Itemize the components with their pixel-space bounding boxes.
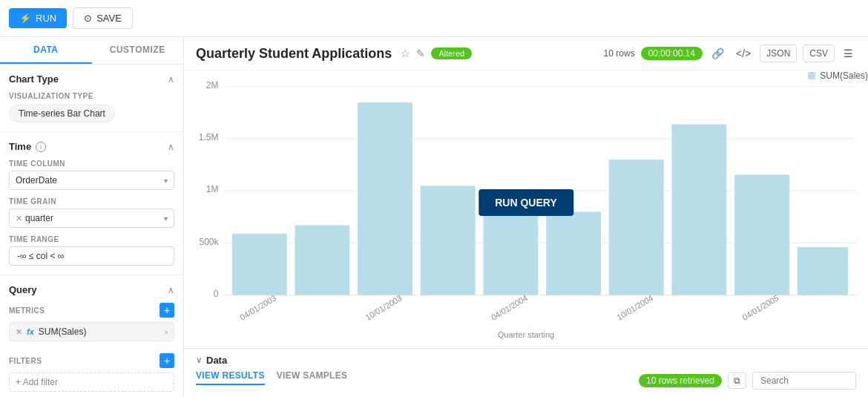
star-icon[interactable]: ☆ bbox=[401, 47, 410, 59]
add-metric-button[interactable]: + bbox=[160, 303, 174, 318]
add-filter-row[interactable]: + Add filter bbox=[9, 373, 174, 392]
metric-remove-icon[interactable]: ✕ bbox=[16, 327, 22, 337]
content-area: Quarterly Student Applications ☆ ✎ Alter… bbox=[184, 37, 868, 397]
time-title: Time bbox=[9, 141, 31, 152]
bar-2 bbox=[295, 226, 350, 295]
run-button[interactable]: ⚡ RUN bbox=[9, 8, 67, 28]
svg-text:500k: 500k bbox=[200, 236, 220, 246]
time-range-select[interactable]: -∞ ≤ col < ∞ bbox=[9, 246, 174, 266]
query-chevron: ∧ bbox=[168, 285, 174, 295]
time-grain-label: TIME GRAIN bbox=[9, 197, 174, 206]
filters-header: FILTERS + bbox=[9, 353, 174, 368]
bar-3 bbox=[358, 102, 412, 295]
time-column-select[interactable]: OrderDate ▾ bbox=[9, 171, 174, 190]
time-badge: 00:00:00.14 bbox=[641, 47, 703, 60]
time-column-caret: ▾ bbox=[164, 177, 168, 185]
metric-label: SUM(Sales) bbox=[39, 327, 161, 337]
bar-7 bbox=[609, 160, 664, 295]
chart-area: SUM(Sales) 2M 1.5M 1M 500k 0 bbox=[184, 70, 868, 348]
time-grain-value: quarter bbox=[25, 213, 161, 223]
time-range-value: -∞ ≤ col < ∞ bbox=[17, 251, 64, 261]
filters-label: FILTERS bbox=[9, 357, 42, 365]
data-section-chevron: ∨ bbox=[196, 355, 202, 365]
link-icon-btn[interactable]: 🔗 bbox=[708, 45, 727, 62]
svg-text:04/01/2004: 04/01/2004 bbox=[490, 293, 529, 322]
metric-expand-icon[interactable]: › bbox=[165, 327, 168, 336]
metric-item: ✕ fx SUM(Sales) › bbox=[9, 322, 174, 341]
time-grain-select[interactable]: ✕ quarter ▾ bbox=[9, 209, 174, 228]
svg-text:10/01/2003: 10/01/2003 bbox=[364, 293, 404, 322]
chart-type-header[interactable]: Chart Type ∧ bbox=[9, 73, 174, 85]
header-right: 10 rows 00:00:00.14 🔗 </> JSON CSV ☰ bbox=[604, 45, 856, 62]
save-button[interactable]: ⊙ SAVE bbox=[73, 7, 133, 29]
save-icon: ⊙ bbox=[84, 13, 92, 24]
chart-x-axis-label: Quarter starting bbox=[196, 330, 856, 339]
metric-fx-icon: fx bbox=[27, 327, 34, 336]
tab-view-samples[interactable]: VIEW SAMPLES bbox=[277, 370, 348, 385]
bar-10 bbox=[798, 247, 848, 295]
metrics-label: METRICS bbox=[9, 306, 45, 315]
top-bar: ⚡ RUN ⊙ SAVE bbox=[0, 0, 868, 37]
time-column-value: OrderDate bbox=[16, 175, 161, 186]
altered-badge: Altered bbox=[431, 47, 472, 59]
more-options-btn[interactable]: ☰ bbox=[841, 45, 856, 62]
chart-type-title: Chart Type bbox=[9, 73, 59, 85]
sidebar: DATA CUSTOMIZE Chart Type ∧ VISUALIZATIO… bbox=[0, 37, 184, 397]
query-header[interactable]: Query ∧ bbox=[9, 284, 174, 295]
svg-text:1.5M: 1.5M bbox=[199, 132, 219, 142]
main-area: DATA CUSTOMIZE Chart Type ∧ VISUALIZATIO… bbox=[0, 37, 868, 397]
bar-6 bbox=[546, 211, 601, 295]
chart-type-section: Chart Type ∧ VISUALIZATION TYPE Time-ser… bbox=[0, 65, 183, 132]
time-info-icon[interactable]: i bbox=[36, 142, 46, 152]
data-tabs: VIEW RESULTS VIEW SAMPLES bbox=[196, 370, 347, 385]
svg-text:04/01/2005: 04/01/2005 bbox=[741, 293, 780, 322]
svg-text:0: 0 bbox=[214, 289, 219, 299]
rows-retrieved-badge: 10 rows retrieved bbox=[639, 374, 722, 387]
chart-type-chevron: ∧ bbox=[168, 74, 174, 85]
chart-title: Quarterly Student Applications bbox=[196, 46, 392, 62]
time-chevron: ∧ bbox=[168, 142, 174, 152]
time-column-label: TIME COLUMN bbox=[9, 160, 174, 168]
edit-icon[interactable]: ✎ bbox=[416, 47, 425, 59]
data-section: ∨ Data VIEW RESULTS VIEW SAMPLES 10 rows… bbox=[184, 348, 868, 397]
bar-1 bbox=[232, 234, 287, 295]
rows-badge: 10 rows bbox=[604, 48, 635, 59]
svg-text:10/01/2004: 10/01/2004 bbox=[615, 293, 654, 322]
time-grain-clear[interactable]: ✕ bbox=[16, 214, 22, 223]
svg-text:1M: 1M bbox=[206, 184, 219, 194]
data-footer: 10 rows retrieved ⧉ bbox=[639, 372, 856, 390]
metrics-header: METRICS + bbox=[9, 303, 174, 318]
bolt-icon: ⚡ bbox=[19, 13, 31, 24]
query-title: Query bbox=[9, 284, 37, 295]
bar-9 bbox=[734, 175, 789, 295]
bar-8 bbox=[671, 125, 726, 295]
header-icons: ☆ ✎ Altered bbox=[401, 47, 472, 59]
time-header[interactable]: Time i ∧ bbox=[9, 141, 174, 152]
add-filter-text: + Add filter bbox=[16, 377, 58, 387]
time-grain-caret: ▾ bbox=[164, 214, 168, 223]
svg-text:04/01/2003: 04/01/2003 bbox=[238, 293, 277, 322]
search-input[interactable] bbox=[752, 372, 856, 390]
tab-data[interactable]: DATA bbox=[0, 37, 92, 64]
svg-text:2M: 2M bbox=[206, 80, 219, 91]
sidebar-tabs: DATA CUSTOMIZE bbox=[0, 37, 183, 65]
time-range-label: TIME RANGE bbox=[9, 235, 174, 243]
query-section: Query ∧ METRICS + ✕ fx SUM(Sales) › FILT… bbox=[0, 275, 183, 397]
chart-container: 2M 1.5M 1M 500k 0 bbox=[196, 76, 856, 329]
content-header: Quarterly Student Applications ☆ ✎ Alter… bbox=[184, 37, 868, 70]
data-section-title: Data bbox=[206, 355, 227, 366]
tab-view-results[interactable]: VIEW RESULTS bbox=[196, 370, 265, 385]
viz-type-label: VISUALIZATION TYPE bbox=[9, 92, 174, 100]
viz-type-value[interactable]: Time-series Bar Chart bbox=[9, 105, 115, 122]
data-section-header[interactable]: ∨ Data bbox=[196, 355, 856, 366]
time-section: Time i ∧ TIME COLUMN OrderDate ▾ TIME GR… bbox=[0, 132, 183, 275]
add-filter-button[interactable]: + bbox=[160, 353, 174, 368]
json-btn[interactable]: JSON bbox=[760, 45, 797, 62]
csv-btn[interactable]: CSV bbox=[803, 45, 835, 62]
tab-customize[interactable]: CUSTOMIZE bbox=[92, 37, 184, 64]
run-query-overlay-btn[interactable]: RUN QUERY bbox=[479, 189, 573, 216]
bar-4 bbox=[421, 186, 476, 295]
copy-btn[interactable]: ⧉ bbox=[728, 373, 746, 389]
code-icon-btn[interactable]: </> bbox=[733, 45, 754, 62]
